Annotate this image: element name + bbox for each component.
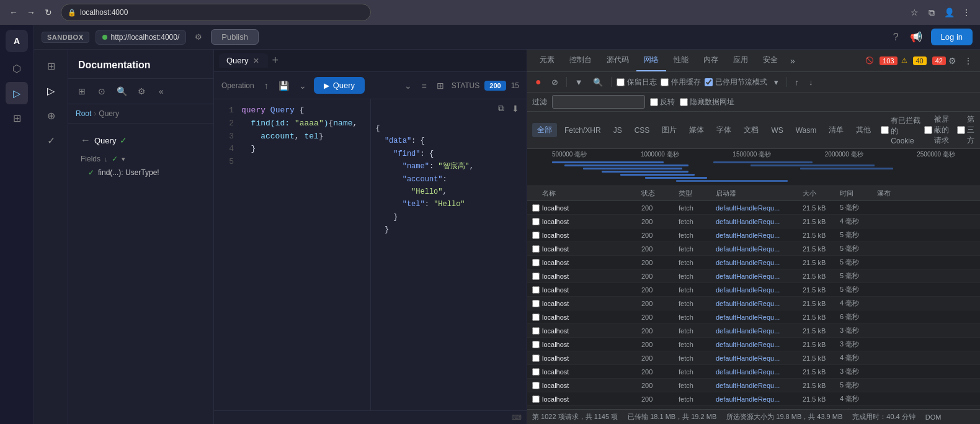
sidebar-graph-icon[interactable]: ⬡ [6, 57, 28, 79]
devtools-settings-icon[interactable]: ⚙ [946, 53, 959, 68]
sidebar-explorer-icon[interactable]: ▷ [6, 82, 28, 104]
third-party-checkbox[interactable]: 第三方 [957, 114, 975, 146]
row-select-input[interactable] [532, 354, 540, 362]
row-checkbox[interactable] [532, 312, 542, 322]
type-btn-ws[interactable]: WS [766, 124, 788, 137]
table-row[interactable]: localhost 200 fetch defaultHandleRequ...… [527, 242, 980, 256]
table-row[interactable]: localhost 200 fetch defaultHandleRequ...… [527, 269, 980, 283]
tab-close-icon[interactable]: ✕ [252, 56, 261, 65]
row-checkbox[interactable] [532, 244, 542, 253]
hide-data-urls-checkbox[interactable]: 隐藏数据网址 [680, 97, 734, 107]
filter-input[interactable] [552, 95, 645, 109]
row-initiator[interactable]: defaultHandleRequ... [716, 381, 803, 390]
bookmark-icon[interactable]: ☆ [907, 5, 922, 20]
blocked-cookie-checkbox[interactable]: 有已拦截的 Cookie [881, 115, 921, 145]
devtools-tab-network[interactable]: 网络 [636, 50, 666, 71]
row-initiator[interactable]: defaultHandleRequ... [716, 394, 803, 404]
row-checkbox[interactable] [532, 353, 542, 363]
blocked-requests-input[interactable] [924, 126, 932, 134]
table-row[interactable]: localhost 200 fetch defaultHandleRequ...… [527, 297, 980, 310]
devtools-more-tabs[interactable]: » [785, 56, 800, 66]
hide-data-urls-input[interactable] [680, 98, 688, 106]
doc-settings-icon[interactable]: ⚙ [133, 83, 150, 100]
preserve-log-checkbox[interactable]: 保留日志 [617, 77, 657, 88]
table-row[interactable]: localhost 200 fetch defaultHandleRequ...… [527, 338, 980, 351]
doc-collapse-icon[interactable]: « [153, 83, 170, 100]
fields-sort-icon[interactable]: ↓ [104, 155, 108, 163]
editor-tab-query[interactable]: Query ✕ [219, 53, 268, 68]
breadcrumb-root[interactable]: Root [76, 109, 91, 118]
row-initiator[interactable]: defaultHandleRequ... [716, 230, 803, 240]
refresh-button[interactable]: ↻ [41, 5, 56, 20]
extensions-icon[interactable]: ⧉ [924, 5, 939, 20]
doc-grid-icon[interactable]: ⊞ [73, 83, 91, 100]
blocked-cookie-input[interactable] [881, 126, 889, 134]
row-select-input[interactable] [532, 300, 540, 307]
table-row[interactable]: localhost 200 fetch defaultHandleRequ...… [527, 228, 980, 242]
doc-back-item[interactable]: ← Query ✓ [76, 131, 206, 150]
nav-explorer-icon[interactable]: ▷ [40, 79, 62, 102]
third-party-input[interactable] [957, 126, 965, 134]
row-select-input[interactable] [532, 232, 540, 239]
row-initiator[interactable]: defaultHandleRequ... [716, 312, 803, 322]
announcements-button[interactable]: 📢 [907, 29, 925, 45]
type-btn-img[interactable]: 图片 [657, 123, 682, 137]
code-editor[interactable]: 1 query Query { 2 find ( id : [214, 99, 370, 410]
devtools-tab-elements[interactable]: 元素 [532, 50, 562, 71]
search-button[interactable]: 🔍 [590, 76, 606, 89]
type-btn-doc[interactable]: 文档 [739, 123, 764, 137]
devtools-more-icon[interactable]: ⋮ [961, 53, 975, 68]
row-select-input[interactable] [532, 313, 540, 321]
save-button[interactable]: 💾 [276, 78, 292, 93]
sidebar-history-icon[interactable]: ⊞ [6, 107, 28, 129]
disable-cache-checkbox[interactable]: 停用缓存 [661, 77, 701, 88]
row-checkbox[interactable] [532, 326, 542, 335]
row-initiator[interactable]: defaultHandleRequ... [716, 217, 803, 226]
type-btn-other[interactable]: 其他 [851, 123, 876, 137]
download-result-button[interactable]: ⬇ [509, 102, 522, 115]
type-btn-font[interactable]: 字体 [711, 123, 736, 137]
row-checkbox[interactable] [532, 258, 542, 267]
row-select-input[interactable] [532, 286, 540, 294]
row-checkbox[interactable] [532, 203, 542, 212]
row-select-input[interactable] [532, 341, 540, 348]
type-btn-js[interactable]: JS [608, 124, 627, 137]
login-button[interactable]: Log in [931, 29, 973, 45]
settings-button[interactable]: ⚙ [192, 30, 205, 44]
table-row[interactable]: localhost 200 fetch defaultHandleRequ...… [527, 310, 980, 324]
row-initiator[interactable]: defaultHandleRequ... [716, 271, 803, 281]
filter-toggle[interactable]: ▼ [572, 76, 586, 89]
profile-icon[interactable]: 👤 [942, 5, 956, 20]
nav-check-icon[interactable]: ✓ [40, 129, 62, 151]
row-initiator[interactable]: defaultHandleRequ... [716, 244, 803, 253]
url-display[interactable]: http://localhost:4000/ [96, 30, 187, 45]
blocked-requests-checkbox[interactable]: 被屏蔽的请求 [924, 114, 955, 146]
row-checkbox[interactable] [532, 217, 542, 226]
throttle-dropdown[interactable]: ▾ [771, 76, 782, 89]
devtools-tab-security[interactable]: 安全 [755, 50, 785, 71]
type-btn-media[interactable]: 媒体 [684, 123, 709, 137]
row-checkbox[interactable] [532, 340, 542, 349]
row-checkbox[interactable] [532, 271, 542, 281]
row-initiator[interactable]: defaultHandleRequ... [716, 203, 803, 212]
table-row[interactable]: localhost 200 fetch defaultHandleRequ...… [527, 256, 980, 269]
row-initiator[interactable]: defaultHandleRequ... [716, 326, 803, 335]
devtools-tab-performance[interactable]: 性能 [666, 50, 696, 71]
row-initiator[interactable]: defaultHandleRequ... [716, 258, 803, 267]
row-select-input[interactable] [532, 382, 540, 389]
row-initiator[interactable]: defaultHandleRequ... [716, 340, 803, 349]
copy-result-button[interactable]: ⧉ [496, 102, 507, 115]
throttle-checkbox[interactable]: 已停用节流模式 [705, 77, 767, 88]
run-query-button[interactable]: ▶ Query [314, 77, 365, 94]
row-initiator[interactable]: defaultHandleRequ... [716, 353, 803, 363]
back-button[interactable]: ← [6, 5, 21, 20]
table-row[interactable]: localhost 200 fetch defaultHandleRequ...… [527, 351, 980, 365]
row-initiator[interactable]: defaultHandleRequ... [716, 367, 803, 376]
forward-button[interactable]: → [24, 5, 38, 20]
type-btn-all[interactable]: 全部 [532, 123, 557, 137]
publish-button[interactable]: Publish [211, 29, 259, 45]
row-select-input[interactable] [532, 368, 540, 376]
row-select-input[interactable] [532, 259, 540, 266]
preserve-log-input[interactable] [617, 78, 625, 86]
table-row[interactable]: localhost 200 fetch defaultHandleRequ...… [527, 283, 980, 297]
